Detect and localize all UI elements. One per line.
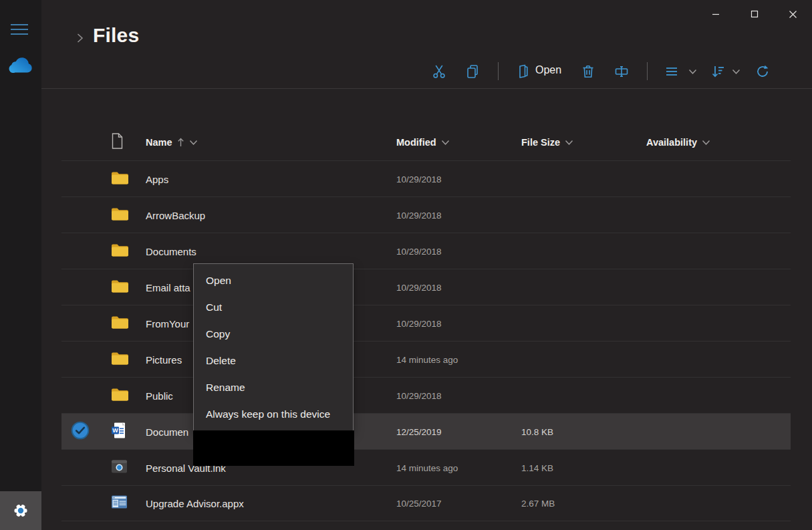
shortcut-icon: [111, 459, 128, 473]
page-title[interactable]: Files: [93, 24, 139, 47]
gear-icon: [11, 501, 30, 520]
svg-text:W: W: [112, 427, 118, 434]
file-name: Documen: [146, 426, 188, 437]
open-file-icon: [515, 63, 531, 80]
selected-check-icon[interactable]: [71, 421, 90, 442]
column-header-name[interactable]: Name: [146, 137, 198, 148]
file-name: Documents: [146, 245, 196, 257]
context-menu: Open Cut Copy Delete Rename Always keep …: [193, 263, 354, 431]
file-name: Public: [146, 390, 173, 401]
menu-item-always-keep-on-this-device[interactable]: Always keep on this device: [194, 401, 353, 428]
breadcrumb-chevron-icon: [76, 32, 84, 47]
sort-ascending-icon: [177, 138, 184, 147]
sort-button[interactable]: [710, 63, 727, 80]
folder-icon: [111, 279, 129, 293]
column-header-availability[interactable]: Availability: [646, 137, 710, 148]
refresh-icon: [755, 63, 771, 80]
folder-icon: [111, 351, 129, 365]
menu-item-copy[interactable]: Copy: [194, 321, 353, 348]
shortcut-icon: [111, 459, 128, 476]
view-options-button[interactable]: [663, 63, 680, 80]
file-modified: 10/29/2018: [396, 174, 442, 184]
sidebar: [0, 0, 41, 530]
settings-button[interactable]: [0, 491, 41, 530]
sort-chevron-icon[interactable]: [727, 63, 745, 80]
selected-check-icon: [71, 421, 90, 440]
table-row[interactable]: Upgrade Advisor.appx10/25/20172.67 MB: [61, 485, 791, 521]
folder-icon: [111, 387, 129, 404]
table-row[interactable]: Public10/29/2018: [61, 377, 791, 413]
word-document-icon: W: [111, 422, 126, 438]
copy-icon: [464, 63, 481, 80]
cut-button[interactable]: [430, 63, 448, 80]
folder-icon: [111, 387, 129, 401]
folder-icon: [111, 315, 129, 329]
redacted-menu-area: [193, 430, 354, 466]
file-modified: 10/29/2018: [396, 282, 442, 292]
file-size: 2.67 MB: [521, 499, 555, 509]
folder-icon: [111, 243, 129, 259]
chevron-down-icon: [702, 140, 710, 146]
file-name: Apps: [146, 173, 168, 184]
rename-icon: [614, 63, 630, 80]
table-row[interactable]: Email atta10/29/2018: [61, 269, 791, 305]
folder-icon: [111, 170, 129, 187]
table-body: Apps10/29/2018 ArrowBackup10/29/2018 Doc…: [61, 160, 791, 521]
file-size: 10.8 KB: [521, 426, 553, 436]
view-options-chevron-icon[interactable]: [684, 63, 701, 80]
column-header-modified[interactable]: Modified: [396, 137, 450, 148]
delete-button[interactable]: [579, 63, 597, 80]
chevron-down-icon: [189, 140, 198, 146]
table-row[interactable]: W Documen12/25/201910.8 KB: [61, 413, 791, 449]
sort-icon: [710, 63, 726, 80]
file-modified: 10/29/2018: [396, 246, 442, 256]
app-package-icon: [111, 495, 128, 512]
table-row[interactable]: FromYour10/29/2018: [61, 305, 791, 341]
file-modified: 10/29/2018: [396, 318, 442, 328]
file-modified: 12/25/2019: [396, 426, 442, 436]
chevron-down-icon: [441, 140, 450, 146]
menu-icon[interactable]: [11, 24, 28, 35]
folder-icon: [111, 207, 129, 221]
table-header: Name Modified File Size Availability: [61, 124, 791, 160]
toolbar-separator: [647, 62, 648, 80]
table-row[interactable]: Personal Vault.lnk14 minutes ago1.14 KB: [61, 449, 791, 485]
open-button-label[interactable]: Open: [535, 64, 561, 76]
open-button[interactable]: [515, 63, 532, 80]
table-row[interactable]: Documents10/29/2018: [61, 233, 791, 269]
file-modified: 14 minutes ago: [396, 462, 458, 473]
table-row[interactable]: Pictures14 minutes ago: [61, 341, 791, 377]
copy-button[interactable]: [464, 63, 481, 80]
file-modified: 10/29/2018: [396, 210, 442, 220]
file-modified: 10/29/2018: [396, 390, 442, 400]
rename-button[interactable]: [613, 63, 630, 80]
refresh-button[interactable]: [754, 63, 771, 80]
cut-icon: [431, 63, 447, 80]
toolbar-separator: [498, 62, 499, 80]
file-modified: 14 minutes ago: [396, 354, 458, 364]
onedrive-cloud-icon[interactable]: [7, 56, 35, 76]
file-name: Pictures: [146, 354, 182, 365]
file-type-column-icon: [111, 133, 124, 152]
file-modified: 10/25/2017: [396, 499, 442, 509]
word-document-icon: W: [111, 422, 126, 441]
chevron-down-icon: [565, 140, 573, 146]
list-view-icon: [664, 63, 680, 80]
menu-item-rename[interactable]: Rename: [194, 374, 353, 401]
menu-item-cut[interactable]: Cut: [194, 294, 353, 321]
folder-icon: [111, 243, 129, 257]
file-name: ArrowBackup: [146, 209, 205, 221]
menu-item-open[interactable]: Open: [194, 267, 353, 294]
file-name: Upgrade Advisor.appx: [146, 498, 244, 509]
menu-item-delete[interactable]: Delete: [194, 348, 353, 374]
onedrive-window: Files Open: [0, 0, 812, 530]
folder-icon: [111, 351, 129, 368]
folder-icon: [111, 207, 129, 223]
file-table: Name Modified File Size Availability App…: [61, 124, 791, 521]
file-name: Email atta: [146, 281, 190, 293]
folder-icon: [111, 315, 129, 332]
file-size: 1.14 KB: [521, 462, 553, 473]
table-row[interactable]: Apps10/29/2018: [61, 160, 791, 196]
column-header-file-size[interactable]: File Size: [521, 137, 573, 148]
table-row[interactable]: ArrowBackup10/29/2018: [61, 196, 791, 233]
